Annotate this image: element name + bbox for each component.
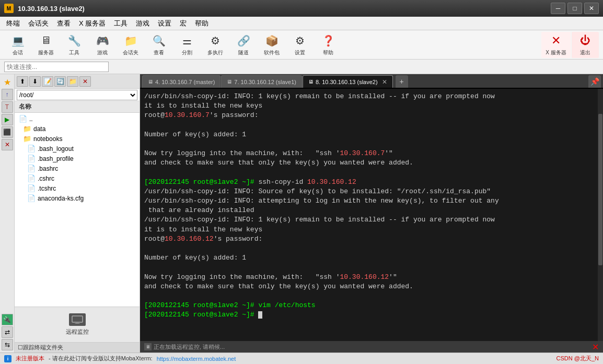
favorites-star[interactable]: ★ xyxy=(2,76,13,88)
strip-btn-5[interactable]: ✕ xyxy=(2,139,13,150)
toolbar-packages[interactable]: 📦 软件包 xyxy=(258,32,285,58)
sidebar-btn-newfile[interactable]: 📝 xyxy=(42,76,53,87)
terminal-line: it is to install the new keys xyxy=(144,101,594,111)
terminal-scroll-thumb[interactable] xyxy=(598,114,602,265)
toolbar-sessionfolder[interactable]: 📁 会话夹 xyxy=(117,32,144,58)
path-select[interactable]: /root/ xyxy=(17,90,137,100)
toolbar-multiexec[interactable]: ⚙ 多执行 xyxy=(202,32,229,58)
new-tab-button[interactable]: + xyxy=(396,75,408,88)
toolbar-tunnel[interactable]: 🔗 隧道 xyxy=(230,32,257,58)
minimize-button[interactable]: ─ xyxy=(551,3,565,14)
tab-4[interactable]: 🖥 4. 10.30.160.7 (master) xyxy=(142,75,221,88)
statusbar-link[interactable]: https://mobaxterm.mobatek.net xyxy=(157,356,236,362)
close-button[interactable]: ✕ xyxy=(584,3,599,14)
sidebar: ⬆ ⬇ 📝 🔄 📁 ✕ /root/ 名称 📄..📁data📁notebooks… xyxy=(15,74,140,353)
server-icon: 🖥 xyxy=(39,33,53,48)
tab-pin-button[interactable]: 📌 xyxy=(588,75,601,88)
strip-btn-1[interactable]: ↑ xyxy=(2,89,13,100)
track-bar[interactable]: ☐ 跟踪终端文件夹 xyxy=(15,342,140,353)
toolbar-exit[interactable]: ⏻ 退出 xyxy=(572,32,599,58)
tab-bar: 🖥 4. 10.30.160.7 (master) 🖥 7. 10.30.160… xyxy=(140,74,603,89)
tab-8-close[interactable]: ✕ xyxy=(382,78,387,86)
multiexec-icon: ⚙ xyxy=(208,33,223,48)
status-icon: i xyxy=(4,355,11,362)
file-item--tcshrc[interactable]: 📄.tcshrc xyxy=(15,183,140,193)
toolbar-help[interactable]: ❓ 帮助 xyxy=(315,32,342,58)
toolbar-settings-label: 设置 xyxy=(295,49,305,56)
menu-settings[interactable]: 设置 xyxy=(154,18,176,29)
sessions-icon: 💻 xyxy=(10,33,25,48)
sidebar-monitor[interactable]: 远程监控 xyxy=(15,307,140,342)
menu-terminal[interactable]: 终端 xyxy=(2,18,24,29)
toolbar-view[interactable]: 🔍 查看 xyxy=(145,32,172,58)
file-item--bashrc[interactable]: 📄.bashrc xyxy=(15,163,140,173)
toolbar-tools[interactable]: 🔧 工具 xyxy=(61,32,88,58)
file-item-anaconda-ks-cfg[interactable]: 📄anaconda-ks.cfg xyxy=(15,193,140,203)
menu-help[interactable]: 帮助 xyxy=(191,18,213,29)
tab-7[interactable]: 🖥 7. 10.30.160.12 (slave1) xyxy=(221,75,302,88)
terminal-line xyxy=(144,291,594,301)
terminal-line: [2020122145 root@slave2 ~]# ssh-copy-id … xyxy=(144,178,594,187)
strip-expand[interactable]: ⇄ xyxy=(2,326,13,338)
terminal-close-icon[interactable]: ✕ xyxy=(592,343,599,351)
tab-7-label: 7. 10.30.160.12 (slave1) xyxy=(234,79,296,85)
sidebar-toolbar: ⬆ ⬇ 📝 🔄 📁 ✕ xyxy=(15,74,140,89)
file-item-data[interactable]: 📁data xyxy=(15,124,140,134)
terminal-line: that are already installed xyxy=(144,206,594,215)
main-area: ★ ↑ T ▶ ⬛ ✕ 🔌 ⇄ ⇆ ⬆ ⬇ 📝 🔄 📁 ✕ /root/ 名称 xyxy=(0,74,603,353)
toolbar-server[interactable]: 🖥 服务器 xyxy=(32,32,60,58)
file-item--bash-profile[interactable]: 📄.bash_profile xyxy=(15,154,140,163)
toolbar-sessions-label: 会话 xyxy=(13,49,23,56)
terminal-line xyxy=(144,168,594,178)
toolbar-multiexec-label: 多执行 xyxy=(207,49,223,56)
file-icon: 📁 xyxy=(23,135,31,143)
sidebar-btn-delete[interactable]: ✕ xyxy=(79,76,91,87)
file-item--cshrc[interactable]: 📄.cshrc xyxy=(15,173,140,183)
file-icon: 📄 xyxy=(27,155,36,162)
tunnel-icon: 🔗 xyxy=(236,33,251,48)
file-item--bash-logout[interactable]: 📄.bash_logout xyxy=(15,144,140,154)
monitor-label: 远程监控 xyxy=(66,328,89,336)
file-item---[interactable]: 📄.. xyxy=(15,114,140,124)
sidebar-btn-download[interactable]: ⬇ xyxy=(29,76,41,87)
toolbar-sessions[interactable]: 💻 会话 xyxy=(4,32,31,58)
toolbar-games[interactable]: 🎮 游戏 xyxy=(89,32,116,58)
menu-xserver[interactable]: X 服务器 xyxy=(75,18,110,29)
toolbar-xserver[interactable]: ✕ X 服务器 xyxy=(541,32,571,58)
menu-macro[interactable]: 宏 xyxy=(176,18,191,29)
statusbar-right: CSDN @北天_N xyxy=(556,355,599,362)
terminal-line: Number of key(s) added: 1 xyxy=(144,130,594,139)
terminal-scrollbar[interactable] xyxy=(598,89,603,341)
statusbar: i 未注册版本 - 请在此处订阅专业版以支持MobaXterm: https:/… xyxy=(0,353,603,364)
toolbar-settings[interactable]: ⚙ 设置 xyxy=(286,32,314,58)
menu-sessions[interactable]: 会话夹 xyxy=(24,18,53,29)
maximize-button[interactable]: □ xyxy=(567,3,582,14)
file-name: data xyxy=(33,125,45,133)
strip-btn-3[interactable]: ▶ xyxy=(2,114,13,125)
toolbar-split[interactable]: ⚌ 分割 xyxy=(173,32,201,58)
strip-connection[interactable]: 🔌 xyxy=(2,314,13,325)
strip-btn-4[interactable]: ⬛ xyxy=(2,126,13,138)
strip-btn-2[interactable]: T xyxy=(2,101,13,113)
sidebar-btn-upload[interactable]: ⬆ xyxy=(17,76,28,87)
statusbar-message: - 请在此处订阅专业版以支持MobaXterm: xyxy=(49,355,153,362)
terminal-status-icon: 🖥 xyxy=(144,343,152,350)
menu-games[interactable]: 游戏 xyxy=(132,18,154,29)
menu-view[interactable]: 查看 xyxy=(53,18,75,29)
terminal-line xyxy=(144,139,594,149)
games-icon: 🎮 xyxy=(95,33,110,48)
tab-8[interactable]: 🖥 8. 10.30.160.13 (slave2) ✕ xyxy=(303,75,393,88)
menu-tools[interactable]: 工具 xyxy=(110,18,132,29)
window-title: 10.30.160.13 (slave2) xyxy=(18,5,551,13)
toolbar-help-label: 帮助 xyxy=(323,49,333,56)
file-item-notebooks[interactable]: 📁notebooks xyxy=(15,134,140,144)
strip-collapse[interactable]: ⇆ xyxy=(2,339,13,350)
sessionfolder-icon: 📁 xyxy=(123,33,138,48)
terminal-line: /usr/bin/ssh-copy-id: INFO: attempting t… xyxy=(144,196,594,206)
file-name: .bash_profile xyxy=(38,155,74,162)
quickconnect-input[interactable] xyxy=(4,62,109,72)
terminal-content[interactable]: /usr/bin/ssh-copy-id: INFO: 1 key(s) rem… xyxy=(140,89,598,341)
sidebar-btn-refresh[interactable]: 🔄 xyxy=(54,76,66,87)
sidebar-btn-newfolder[interactable]: 📁 xyxy=(67,76,78,87)
terminal-status-text: 正在加载远程监控, 请稍候... xyxy=(154,343,225,351)
